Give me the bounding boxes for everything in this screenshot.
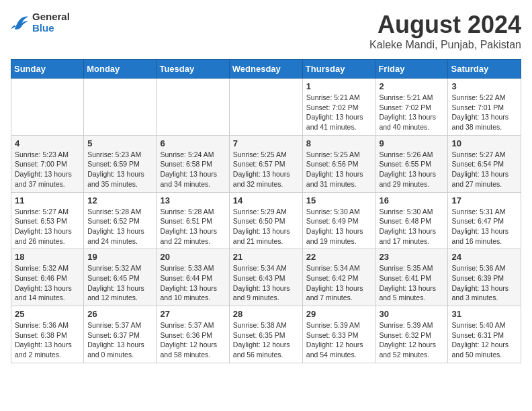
logo-icon (11, 14, 30, 30)
calendar-cell: 24Sunrise: 5:36 AM Sunset: 6:39 PM Dayli… (448, 249, 521, 306)
weekday-header: Friday (375, 60, 448, 79)
day-info: Sunrise: 5:37 AM Sunset: 6:37 PM Dayligh… (87, 320, 152, 360)
day-number: 18 (15, 252, 80, 262)
calendar-cell: 19Sunrise: 5:32 AM Sunset: 6:45 PM Dayli… (84, 249, 157, 306)
calendar-cell: 31Sunrise: 5:40 AM Sunset: 6:31 PM Dayli… (448, 306, 521, 363)
calendar-week: 1Sunrise: 5:21 AM Sunset: 7:02 PM Daylig… (11, 79, 521, 136)
day-number: 27 (160, 309, 225, 319)
day-number: 22 (306, 252, 372, 262)
calendar-cell: 9Sunrise: 5:26 AM Sunset: 6:55 PM Daylig… (375, 135, 448, 192)
day-number: 16 (379, 195, 444, 205)
day-info: Sunrise: 5:39 AM Sunset: 6:32 PM Dayligh… (379, 320, 444, 360)
page-header: General Blue August 2024 Kaleke Mandi, P… (11, 11, 521, 51)
calendar-cell: 30Sunrise: 5:39 AM Sunset: 6:32 PM Dayli… (375, 306, 448, 363)
day-number: 31 (451, 309, 517, 319)
weekday-header: Wednesday (229, 60, 302, 79)
day-info: Sunrise: 5:32 AM Sunset: 6:46 PM Dayligh… (15, 263, 80, 303)
subtitle: Kaleke Mandi, Punjab, Pakistan (369, 39, 521, 51)
calendar-cell: 5Sunrise: 5:23 AM Sunset: 6:59 PM Daylig… (84, 135, 157, 192)
calendar-cell: 11Sunrise: 5:27 AM Sunset: 6:53 PM Dayli… (11, 192, 84, 249)
day-number: 21 (233, 252, 299, 262)
calendar-cell: 28Sunrise: 5:38 AM Sunset: 6:35 PM Dayli… (229, 306, 302, 363)
day-number: 26 (87, 309, 152, 319)
weekday-header: Saturday (448, 60, 521, 79)
day-info: Sunrise: 5:25 AM Sunset: 6:56 PM Dayligh… (306, 150, 372, 189)
weekday-header: Thursday (302, 60, 375, 79)
day-number: 13 (160, 195, 225, 205)
weekday-header: Tuesday (157, 60, 229, 79)
calendar-cell: 1Sunrise: 5:21 AM Sunset: 7:02 PM Daylig… (302, 79, 375, 136)
calendar-cell: 23Sunrise: 5:35 AM Sunset: 6:41 PM Dayli… (375, 249, 448, 306)
calendar-cell: 27Sunrise: 5:37 AM Sunset: 6:36 PM Dayli… (157, 306, 229, 363)
day-number: 9 (379, 138, 444, 148)
calendar-cell: 12Sunrise: 5:28 AM Sunset: 6:52 PM Dayli… (84, 192, 157, 249)
calendar-week: 11Sunrise: 5:27 AM Sunset: 6:53 PM Dayli… (11, 192, 521, 249)
day-info: Sunrise: 5:30 AM Sunset: 6:49 PM Dayligh… (306, 207, 372, 246)
calendar-header: SundayMondayTuesdayWednesdayThursdayFrid… (11, 60, 521, 79)
weekday-header: Monday (84, 60, 157, 79)
day-info: Sunrise: 5:26 AM Sunset: 6:55 PM Dayligh… (379, 150, 444, 189)
calendar-cell: 18Sunrise: 5:32 AM Sunset: 6:46 PM Dayli… (11, 249, 84, 306)
day-number: 20 (160, 252, 225, 262)
calendar-cell: 26Sunrise: 5:37 AM Sunset: 6:37 PM Dayli… (84, 306, 157, 363)
calendar-cell (11, 79, 84, 136)
calendar-table: SundayMondayTuesdayWednesdayThursdayFrid… (11, 59, 521, 363)
calendar-cell: 17Sunrise: 5:31 AM Sunset: 6:47 PM Dayli… (448, 192, 521, 249)
calendar-cell: 20Sunrise: 5:33 AM Sunset: 6:44 PM Dayli… (157, 249, 229, 306)
day-info: Sunrise: 5:33 AM Sunset: 6:44 PM Dayligh… (160, 263, 225, 303)
main-title: August 2024 (369, 11, 521, 39)
calendar-cell: 8Sunrise: 5:25 AM Sunset: 6:56 PM Daylig… (302, 135, 375, 192)
day-info: Sunrise: 5:39 AM Sunset: 6:33 PM Dayligh… (306, 320, 372, 360)
day-info: Sunrise: 5:25 AM Sunset: 6:57 PM Dayligh… (233, 150, 299, 189)
day-info: Sunrise: 5:28 AM Sunset: 6:51 PM Dayligh… (160, 207, 225, 246)
calendar-cell: 10Sunrise: 5:27 AM Sunset: 6:54 PM Dayli… (448, 135, 521, 192)
day-number: 7 (233, 138, 299, 148)
day-info: Sunrise: 5:21 AM Sunset: 7:02 PM Dayligh… (379, 93, 444, 132)
day-number: 17 (451, 195, 517, 205)
day-number: 3 (451, 81, 517, 91)
day-info: Sunrise: 5:28 AM Sunset: 6:52 PM Dayligh… (87, 207, 152, 246)
day-number: 15 (306, 195, 372, 205)
day-info: Sunrise: 5:30 AM Sunset: 6:48 PM Dayligh… (379, 207, 444, 246)
day-number: 8 (306, 138, 372, 148)
day-number: 23 (379, 252, 444, 262)
day-number: 11 (15, 195, 80, 205)
day-info: Sunrise: 5:27 AM Sunset: 6:53 PM Dayligh… (15, 207, 80, 246)
day-info: Sunrise: 5:34 AM Sunset: 6:43 PM Dayligh… (233, 263, 299, 303)
calendar-cell: 16Sunrise: 5:30 AM Sunset: 6:48 PM Dayli… (375, 192, 448, 249)
day-info: Sunrise: 5:38 AM Sunset: 6:35 PM Dayligh… (233, 320, 299, 360)
day-number: 30 (379, 309, 444, 319)
day-number: 29 (306, 309, 372, 319)
calendar-week: 18Sunrise: 5:32 AM Sunset: 6:46 PM Dayli… (11, 249, 521, 306)
day-info: Sunrise: 5:32 AM Sunset: 6:45 PM Dayligh… (87, 263, 152, 303)
calendar-week: 25Sunrise: 5:36 AM Sunset: 6:38 PM Dayli… (11, 306, 521, 363)
day-info: Sunrise: 5:36 AM Sunset: 6:39 PM Dayligh… (451, 263, 517, 303)
day-info: Sunrise: 5:31 AM Sunset: 6:47 PM Dayligh… (451, 207, 517, 246)
day-number: 5 (87, 138, 152, 148)
calendar-cell: 4Sunrise: 5:23 AM Sunset: 7:00 PM Daylig… (11, 135, 84, 192)
day-info: Sunrise: 5:23 AM Sunset: 7:00 PM Dayligh… (15, 150, 80, 189)
day-number: 12 (87, 195, 152, 205)
day-info: Sunrise: 5:40 AM Sunset: 6:31 PM Dayligh… (451, 320, 517, 360)
calendar-cell: 29Sunrise: 5:39 AM Sunset: 6:33 PM Dayli… (302, 306, 375, 363)
logo-text: General Blue (32, 11, 70, 34)
calendar-cell (229, 79, 302, 136)
calendar-cell: 3Sunrise: 5:22 AM Sunset: 7:01 PM Daylig… (448, 79, 521, 136)
calendar-cell: 22Sunrise: 5:34 AM Sunset: 6:42 PM Dayli… (302, 249, 375, 306)
day-number: 6 (160, 138, 225, 148)
day-number: 24 (451, 252, 517, 262)
calendar-cell (84, 79, 157, 136)
calendar-cell: 14Sunrise: 5:29 AM Sunset: 6:50 PM Dayli… (229, 192, 302, 249)
calendar-cell: 13Sunrise: 5:28 AM Sunset: 6:51 PM Dayli… (157, 192, 229, 249)
day-info: Sunrise: 5:24 AM Sunset: 6:58 PM Dayligh… (160, 150, 225, 189)
calendar-cell: 15Sunrise: 5:30 AM Sunset: 6:49 PM Dayli… (302, 192, 375, 249)
day-info: Sunrise: 5:22 AM Sunset: 7:01 PM Dayligh… (451, 93, 517, 132)
day-number: 19 (87, 252, 152, 262)
day-number: 1 (306, 81, 372, 91)
day-number: 2 (379, 81, 444, 91)
logo: General Blue (11, 11, 70, 34)
day-info: Sunrise: 5:23 AM Sunset: 6:59 PM Dayligh… (87, 150, 152, 189)
calendar-cell: 2Sunrise: 5:21 AM Sunset: 7:02 PM Daylig… (375, 79, 448, 136)
weekday-header: Sunday (11, 60, 84, 79)
day-info: Sunrise: 5:37 AM Sunset: 6:36 PM Dayligh… (160, 320, 225, 360)
